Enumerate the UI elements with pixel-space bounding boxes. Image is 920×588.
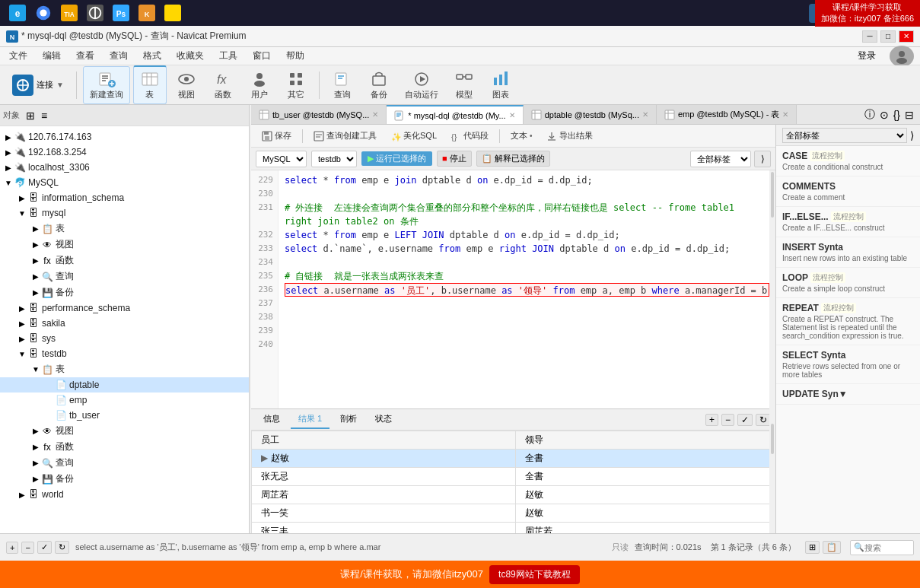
code-content[interactable]: select * from emp e join dptable d on e.… bbox=[279, 170, 775, 408]
snippet-ifelse[interactable]: IF...ELSE... 流程控制 Create a IF...ELSE... … bbox=[776, 207, 920, 237]
snippet-case[interactable]: CASE 流程控制 Create a conditional construct bbox=[776, 146, 920, 176]
menu-format[interactable]: 格式 bbox=[140, 48, 164, 64]
result-add-button[interactable]: + bbox=[705, 414, 718, 426]
view-button[interactable]: 视图 bbox=[170, 67, 203, 103]
result-tab-info[interactable]: 信息 bbox=[256, 410, 288, 429]
explain-button[interactable]: 📋 解释已选择的 bbox=[476, 151, 550, 167]
tree-item-testdb-backup[interactable]: ▶ 💾 备份 bbox=[0, 471, 249, 487]
statusbar-add-button[interactable]: + bbox=[6, 542, 18, 554]
minimize-button[interactable]: ─ bbox=[862, 30, 877, 43]
chart-button[interactable]: 图表 bbox=[484, 67, 517, 103]
tree-item-info-schema[interactable]: ▶ 🗄 information_schema bbox=[0, 190, 249, 205]
tab-dptable[interactable]: dptable @testdb (MySq... ✕ bbox=[524, 105, 657, 125]
tab-code-icon[interactable]: {} bbox=[893, 109, 900, 121]
result-tab-result1[interactable]: 结果 1 bbox=[291, 410, 329, 429]
tree-item-mysql-queries[interactable]: ▶ 🔍 查询 bbox=[0, 269, 249, 284]
tab-emp[interactable]: emp @testdb (MySQL) - 表 ✕ bbox=[657, 105, 797, 125]
sidebar-table-view-icon[interactable]: ⊞ bbox=[23, 110, 38, 122]
promo-download-button[interactable]: tc89网站下载教程 bbox=[489, 565, 580, 584]
tree-item-emp[interactable]: 📄 emp bbox=[0, 393, 249, 408]
login-button[interactable]: 登录 bbox=[858, 49, 876, 62]
backup-button[interactable]: 备份 bbox=[362, 67, 396, 103]
snippet-select[interactable]: SELECT Synta Retrieve rows selected from… bbox=[776, 345, 920, 384]
user-button[interactable]: 用户 bbox=[243, 67, 276, 103]
text-button[interactable]: 文本 • bbox=[506, 129, 537, 143]
table-button[interactable]: 表 bbox=[133, 65, 167, 104]
right-panel-expand-icon[interactable]: ⟩ bbox=[910, 129, 914, 141]
tree-item-testdb-views[interactable]: ▶ 👁 视图 bbox=[0, 423, 249, 439]
result-delete-button[interactable]: − bbox=[721, 414, 734, 426]
menu-query[interactable]: 查询 bbox=[107, 48, 131, 64]
tree-item-connection-3[interactable]: ▶ 🔌 localhost_3306 bbox=[0, 160, 249, 175]
tree-item-testdb-tables[interactable]: ▼ 📋 表 bbox=[0, 361, 249, 377]
label-select[interactable]: 全部标签 bbox=[690, 151, 751, 167]
statusbar-check-button[interactable]: ✓ bbox=[37, 541, 52, 554]
table-row[interactable]: 张无忌 全書 bbox=[252, 468, 775, 486]
search-input[interactable] bbox=[864, 543, 910, 552]
tree-item-mysql-db[interactable]: ▼ 🗄 mysql bbox=[0, 205, 249, 221]
tab-split-icon[interactable]: ⊟ bbox=[905, 109, 914, 121]
export-button[interactable]: 导出结果 bbox=[542, 129, 597, 143]
tab-close-1[interactable]: ✕ bbox=[509, 111, 515, 119]
tree-item-world[interactable]: ▶ 🗄 world bbox=[0, 487, 249, 502]
code-wrap-button[interactable]: {} 代码段 bbox=[446, 129, 493, 143]
tab-close-0[interactable]: ✕ bbox=[372, 110, 378, 119]
tab-close-2[interactable]: ✕ bbox=[642, 110, 648, 119]
taskbar-icon-kk[interactable]: K bbox=[135, 2, 158, 24]
taskbar-icon-ps[interactable]: Ps bbox=[110, 2, 132, 24]
snippet-loop[interactable]: LOOP 流程控制 Create a simple loop construct bbox=[776, 268, 920, 298]
other-button[interactable]: 其它 bbox=[279, 67, 313, 103]
run-button[interactable]: ▶ 运行已选择的 bbox=[361, 151, 432, 166]
statusbar-table-icon[interactable]: ⊞ bbox=[805, 541, 820, 554]
beautify-button[interactable]: ✨ 美化SQL bbox=[386, 129, 441, 143]
table-row[interactable]: 书一笑 赵敏 bbox=[252, 504, 775, 523]
menu-file[interactable]: 文件 bbox=[6, 48, 30, 64]
tree-item-testdb[interactable]: ▼ 🗄 testdb bbox=[0, 346, 249, 361]
table-row[interactable]: 周芷若 赵敏 bbox=[252, 486, 775, 504]
menu-tools[interactable]: 工具 bbox=[216, 48, 240, 64]
snippet-comments[interactable]: COMMENTS Create a comment bbox=[776, 176, 920, 207]
table-row[interactable]: ▶赵敏 全書 bbox=[252, 450, 775, 468]
statusbar-refresh-button[interactable]: ↻ bbox=[55, 541, 69, 554]
snippet-repeat[interactable]: REPEAT 流程控制 Create a REPEAT construct. T… bbox=[776, 298, 920, 345]
taskbar-icon-tia[interactable]: TIA bbox=[58, 2, 81, 24]
statusbar-form-icon[interactable]: 📋 bbox=[823, 541, 841, 554]
result-tab-status[interactable]: 状态 bbox=[368, 410, 400, 429]
sidebar-list-view-icon[interactable]: ≡ bbox=[38, 110, 50, 122]
tree-item-testdb-queries[interactable]: ▶ 🔍 查询 bbox=[0, 455, 249, 471]
maximize-button[interactable]: □ bbox=[880, 30, 896, 43]
tree-item-mysql[interactable]: ▼ 🐬 MySQL bbox=[0, 175, 249, 190]
query-tool-button[interactable]: 查询创建工具 bbox=[309, 129, 381, 143]
autorun-button[interactable]: 自动运行 bbox=[399, 67, 444, 103]
taskbar-icon-chrome[interactable] bbox=[32, 2, 55, 24]
taskbar-icon-notes[interactable] bbox=[161, 2, 184, 24]
db-engine-select[interactable]: MySQL bbox=[256, 151, 307, 167]
user-avatar[interactable] bbox=[890, 46, 914, 67]
query-button[interactable]: 查询 bbox=[326, 67, 359, 103]
tab-mysql-dql[interactable]: * mysql-dql @testdb (My... ✕ bbox=[387, 105, 523, 125]
snippet-label-select[interactable]: 全部标签 bbox=[782, 128, 907, 143]
new-query-button[interactable]: 新建查询 bbox=[83, 66, 130, 104]
menu-edit[interactable]: 编辑 bbox=[40, 48, 64, 64]
tab-tb-user[interactable]: tb_user @testdb (MySQ... ✕ bbox=[251, 105, 387, 125]
result-check-button[interactable]: ✓ bbox=[737, 414, 753, 426]
statusbar-minus-button[interactable]: − bbox=[21, 542, 33, 554]
snippet-insert[interactable]: INSERT Synta Insert new rows into an exi… bbox=[776, 237, 920, 268]
tree-item-connection-1[interactable]: ▶ 🔌 120.76.174.163 bbox=[0, 129, 249, 145]
menu-window[interactable]: 窗口 bbox=[250, 48, 274, 64]
taskbar-icon-navicat[interactable] bbox=[84, 2, 107, 24]
expand-right-icon[interactable]: ⟩ bbox=[754, 151, 771, 167]
result-refresh-button[interactable]: ↻ bbox=[756, 414, 771, 426]
database-select[interactable]: testdb bbox=[311, 151, 357, 167]
tree-item-mysql-tables[interactable]: ▶ 📋 表 bbox=[0, 221, 249, 237]
editor-scrollbar[interactable] bbox=[769, 170, 775, 408]
tree-item-mysql-functions[interactable]: ▶ fx 函数 bbox=[0, 253, 249, 269]
taskbar-icon-edge[interactable]: e bbox=[6, 2, 29, 24]
menu-help[interactable]: 帮助 bbox=[283, 48, 307, 64]
tab-info-icon[interactable]: ⓘ bbox=[864, 108, 875, 122]
tree-item-dptable[interactable]: 📄 dptable bbox=[0, 377, 249, 393]
menu-view[interactable]: 查看 bbox=[73, 48, 97, 64]
tree-item-sys[interactable]: ▶ 🗄 sys bbox=[0, 331, 249, 346]
tree-item-testdb-functions[interactable]: ▶ fx 函数 bbox=[0, 439, 249, 455]
tree-item-sakila[interactable]: ▶ 🗄 sakila bbox=[0, 316, 249, 331]
